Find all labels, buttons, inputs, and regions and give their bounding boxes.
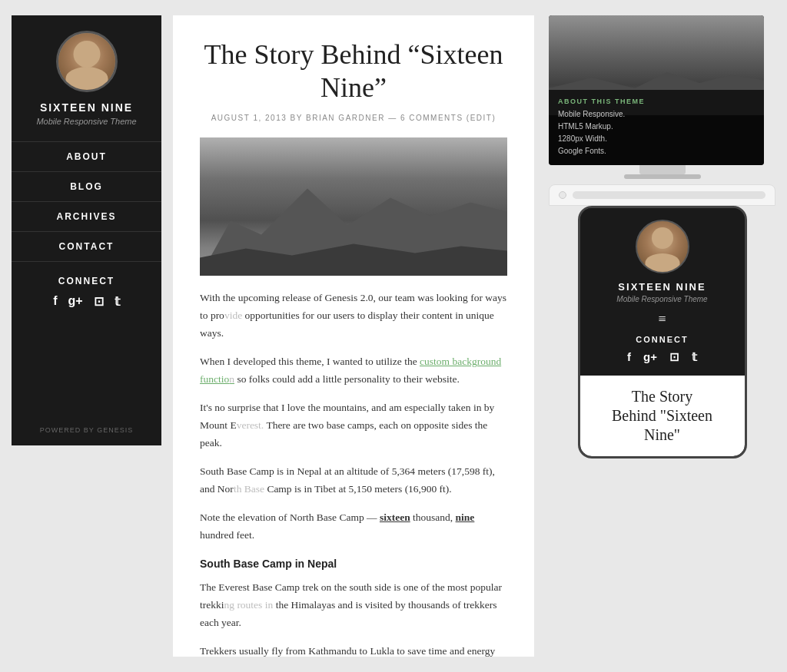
sidebar-item-archives[interactable]: ARCHIVES [12,202,161,232]
sidebar-nav: ABOUT BLOG ARCHIVES CONTACT [12,141,161,262]
monitor-stand [639,165,686,174]
monitor-overlay: ABOUT THIS THEME Mobile Responsive.HTML5… [549,90,764,165]
facebook-icon[interactable]: f [53,294,57,309]
instagram-icon[interactable]: ⊡ [94,294,104,309]
post-paragraph-3: It's no surprise that I love the mountai… [200,399,507,452]
browser-button-1 [559,191,566,199]
monitor-screen: ABOUT THIS THEME Mobile Responsive.HTML5… [549,15,764,165]
phone-blog-preview: The StoryBehind "SixteenNine" [580,376,745,456]
post-paragraph-7: Trekkers usually fly from Kathmandu to L… [200,643,507,657]
post-paragraph-6: The Everest Base Camp trek on the south … [200,579,507,632]
highlight-sixteen: sixteen [380,511,410,523]
monitor-overlay-title: ABOUT THIS THEME [558,98,755,105]
monitor-base [624,174,701,179]
post-paragraph-5: Note the elevation of North Base Camp — … [200,509,507,545]
twitter-icon[interactable]: 𝕥 [115,294,120,309]
phone-blog-title: The StoryBehind "SixteenNine" [589,387,736,445]
phone-instagram-icon[interactable]: ⊡ [669,350,679,364]
main-content: The Story Behind “Sixteen Nine” AUGUST 1… [173,15,534,657]
custom-bg-link[interactable]: custom background function [200,356,501,385]
phone-facebook-icon[interactable]: f [627,350,631,364]
post-paragraph-2: When I developed this theme, I wanted to… [200,353,507,389]
browser-bar [549,184,775,206]
googleplus-icon[interactable]: g+ [68,294,83,309]
connect-label: CONNECT [58,276,115,286]
desktop-mockup: ABOUT THIS THEME Mobile Responsive.HTML5… [549,15,775,192]
post-title: The Story Behind “Sixteen Nine” [200,38,507,104]
phone-dark-content: SIXTEEN NINE Mobile Responsive Theme ≡ C… [580,208,745,376]
avatar-image [58,33,115,90]
desktop-sidebar: SIXTEEN NINE Mobile Responsive Theme ABO… [12,15,161,445]
highlight-nine: nine [456,511,475,523]
site-title: SIXTEEN NINE [40,101,133,114]
post-paragraph-4: South Base Camp is in Nepal at an altitu… [200,463,507,498]
phone-mockup: SIXTEEN NINE Mobile Responsive Theme ≡ C… [549,184,775,561]
phone-frame: SIXTEEN NINE Mobile Responsive Theme ≡ C… [578,206,747,458]
post-meta: AUGUST 1, 2013 BY BRIAN GARDNER — 6 COMM… [200,114,507,122]
site-subtitle: Mobile Responsive Theme [36,117,136,126]
post-paragraph-1: With the upcoming release of Genesis 2.0… [200,290,507,343]
monitor-overlay-text: Mobile Responsive.HTML5 Markup.1280px Wi… [558,108,755,157]
phone-twitter-icon[interactable]: 𝕥 [692,350,697,364]
phone-googleplus-icon[interactable]: g+ [643,350,657,364]
phone-connect-label: CONNECT [636,335,688,344]
powered-by: POWERED BY GENESIS [40,426,133,434]
social-icons: f g+ ⊡ 𝕥 [53,294,119,309]
post-image [200,137,507,276]
phone-avatar [636,220,689,273]
sidebar-item-blog[interactable]: BLOG [12,172,161,202]
sidebar-item-about[interactable]: ABOUT [12,142,161,172]
phone-site-subtitle: Mobile Responsive Theme [616,295,707,303]
post-body: With the upcoming release of Genesis 2.0… [200,290,507,657]
hamburger-icon[interactable]: ≡ [658,311,666,327]
browser-address-bar [573,191,765,199]
sidebar-item-contact[interactable]: CONTACT [12,232,161,262]
phone-site-title: SIXTEEN NINE [618,281,706,293]
phone-social-icons: f g+ ⊡ 𝕥 [627,350,697,364]
avatar [56,31,118,92]
post-subheading: South Base Camp in Nepal [200,555,507,574]
